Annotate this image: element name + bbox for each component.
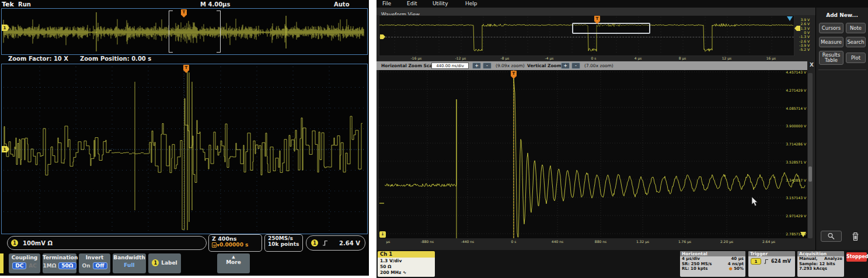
trigger-panel[interactable]: Trigger 1 624 mV bbox=[748, 251, 795, 277]
axis-tick-label: 2.64 µs bbox=[762, 240, 775, 244]
screenshot: Tek Run M 4.00µs Auto T 1 Zoom Factor: 1… bbox=[0, 0, 868, 278]
trigger-level: 2.64 V bbox=[339, 240, 360, 246]
zoom-tool-button[interactable] bbox=[821, 231, 842, 242]
channel-scale: 100mV Ω bbox=[23, 240, 53, 246]
cursors-button[interactable]: Cursors bbox=[819, 23, 843, 33]
axis-tick-label: 3.342857 V bbox=[754, 179, 806, 182]
menu-help[interactable]: Help bbox=[465, 1, 477, 6]
search-button[interactable]: Search bbox=[846, 37, 866, 47]
trigger-flag-letter: T bbox=[596, 16, 599, 21]
ch1-bandwidth: 200 MHz ∿ bbox=[380, 270, 433, 276]
acq-analyze: Analyze bbox=[824, 256, 842, 262]
invert-on-option[interactable]: On bbox=[82, 263, 90, 269]
horizontal-panel[interactable]: Horizontal 4 µs/div40 µs SR: 250 MS/s4 n… bbox=[680, 251, 745, 277]
h-record-length: RL: 10 kpts bbox=[682, 266, 707, 272]
menu-utility[interactable]: Utility bbox=[433, 1, 448, 6]
zoom-info-bar: Zoom Factor: 10 X Zoom Position: 0.00 s bbox=[0, 55, 369, 63]
axis-tick-label: 0 s bbox=[511, 240, 517, 244]
invert-label: Invert bbox=[79, 255, 110, 260]
h-zoom-minus-button[interactable]: - bbox=[483, 62, 491, 69]
results-table-button[interactable]: Results Table bbox=[819, 51, 843, 65]
left-status-bar: Tek Run M 4.00µs Auto bbox=[0, 0, 369, 8]
trigger-position-flag-icon[interactable]: T bbox=[183, 65, 189, 71]
coupling-ac-option[interactable]: AC bbox=[29, 263, 37, 269]
termination-50-option[interactable]: 50Ω bbox=[58, 262, 76, 269]
waveform-view-header: Waveform View bbox=[377, 8, 815, 15]
measure-button[interactable]: Measure bbox=[819, 37, 843, 47]
chevron-up-icon: ▲ bbox=[217, 255, 250, 259]
termination-button[interactable]: Termination 1MΩ 50Ω bbox=[43, 253, 76, 273]
h-resolution: 4 ns/pt bbox=[728, 262, 744, 267]
invert-button[interactable]: Invert On Off bbox=[79, 253, 110, 273]
axis-tick-label: -2.6 V bbox=[789, 40, 810, 43]
v-zoom-minus-button[interactable]: - bbox=[571, 62, 580, 69]
coupling-label: Coupling bbox=[9, 255, 40, 260]
zoom-toolbar: Horizontal Zoom Scale 440.00 ns/div + - … bbox=[377, 61, 807, 70]
acquisition-panel[interactable]: Acquisition Manual,Analyze Sample: 12 bi… bbox=[797, 251, 844, 277]
coupling-dc-option[interactable]: DC bbox=[12, 262, 26, 269]
scrollbar-handle[interactable] bbox=[808, 166, 812, 182]
axis-tick-label: 4 µs bbox=[635, 57, 642, 60]
axis-tick-label: 2.6 V bbox=[789, 22, 810, 26]
ch1-badge-panel[interactable]: Ch 1 1.3 V/div 50 Ω 200 MHz ∿ bbox=[378, 251, 435, 277]
zoom-close-button[interactable]: X bbox=[810, 62, 814, 68]
main-zoom-waveform bbox=[379, 70, 807, 238]
overview-waveform bbox=[379, 16, 794, 55]
right-oscilloscope-ui: File Edit Utility Help Waveform View T H… bbox=[377, 0, 868, 278]
menu-edit[interactable]: Edit bbox=[407, 1, 417, 6]
zoom-bracket-left[interactable] bbox=[169, 11, 173, 53]
invert-off-option[interactable]: Off bbox=[93, 262, 107, 269]
v-zoom-plus-button[interactable]: + bbox=[561, 62, 570, 69]
acq-count: 7.293 kAcqs bbox=[799, 266, 827, 272]
acq-sample: Sample: 12 bits bbox=[799, 262, 835, 267]
axis-tick-label: 1.32 µs bbox=[636, 240, 649, 244]
axis-tick-label: 2.971429 V bbox=[754, 214, 806, 218]
left-zoom-window: T 1 bbox=[1, 64, 368, 234]
record-length: 10k points bbox=[268, 241, 299, 247]
stopped-button[interactable]: Stopped bbox=[846, 252, 867, 262]
h-window: 40 µs bbox=[731, 256, 744, 262]
h-zoom-plus-button[interactable]: + bbox=[472, 62, 481, 69]
h-zoom-factor: (9.09x zoom) bbox=[496, 63, 525, 68]
horizontal-zoom-scale-input[interactable]: 440.00 ns/div bbox=[431, 62, 469, 69]
trigger-level-value: 624 mV bbox=[771, 259, 791, 264]
channel-number: 1 bbox=[4, 147, 6, 152]
run-status: Run bbox=[18, 1, 31, 8]
bandwidth-button[interactable]: Bandwidth Full bbox=[113, 253, 146, 273]
zoom-position-label: Zoom Position: 0.00 s bbox=[80, 55, 151, 62]
trigger-readout[interactable]: 1 2.64 V bbox=[306, 235, 365, 251]
axis-tick-label: 3.9 V bbox=[789, 18, 810, 22]
left-oscilloscope-screen: Tek Run M 4.00µs Auto T 1 Zoom Factor: 1… bbox=[0, 0, 369, 276]
overview-zoom-box[interactable] bbox=[572, 23, 650, 34]
position-dot-icon: ● bbox=[729, 266, 733, 271]
trigger-position-flag-icon[interactable]: T bbox=[511, 71, 517, 77]
left-side-tab[interactable] bbox=[0, 253, 4, 273]
label-button[interactable]: 1 Label bbox=[148, 253, 181, 273]
h-scale: 4 µs/div bbox=[682, 256, 700, 262]
v-zoom-factor: (7.00x zoom) bbox=[584, 63, 613, 68]
ground-dashed-line bbox=[379, 37, 794, 37]
magnifier-icon bbox=[827, 232, 835, 240]
termination-1m-option[interactable]: 1MΩ bbox=[43, 263, 56, 269]
tek-logo: Tek bbox=[2, 1, 14, 8]
axis-tick-label: -880 ns bbox=[421, 240, 434, 244]
axis-tick-label: -12 µs bbox=[455, 57, 466, 60]
trigger-position-flag-icon[interactable]: T bbox=[181, 9, 187, 15]
trigger-position-flag-icon[interactable]: T bbox=[594, 16, 600, 22]
plot-button[interactable]: Plot bbox=[846, 53, 866, 63]
coupling-button[interactable]: Coupling DC AC bbox=[9, 253, 40, 273]
timebase-readout: M 4.00µs bbox=[200, 1, 230, 8]
zoom-bracket-right[interactable] bbox=[217, 11, 221, 53]
zoom-scale-readout[interactable]: Z 400ns u▼0.00000 s bbox=[208, 234, 262, 252]
overview-plot[interactable]: T bbox=[379, 15, 794, 56]
axis-tick-label: -3.9 V bbox=[789, 44, 810, 47]
vertical-zoom-scrollbar[interactable] bbox=[808, 73, 813, 238]
main-zoom-plot[interactable]: T ↓ bbox=[379, 70, 807, 238]
more-button[interactable]: ▲ More bbox=[217, 253, 250, 273]
trigger-flag-letter: T bbox=[185, 65, 188, 70]
trash-button[interactable] bbox=[849, 230, 862, 242]
note-button[interactable]: Note bbox=[846, 23, 866, 33]
menu-file[interactable]: File bbox=[382, 1, 391, 6]
axis-tick-label: -5.2 V bbox=[789, 48, 810, 51]
channel1-readout[interactable]: 1 100mV Ω bbox=[7, 236, 207, 250]
